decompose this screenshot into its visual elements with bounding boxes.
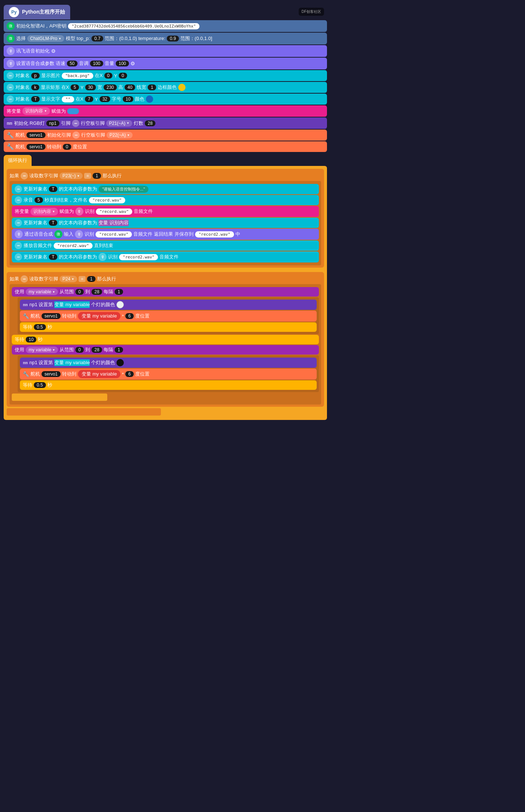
for1-to: 28 (91, 289, 102, 295)
servo-angle0: 0 (63, 144, 71, 150)
for1-from: 0 (75, 289, 84, 295)
for1-wait-sec: 0.5 (34, 324, 46, 330)
if1-upd2-text2: 的文本内容参数为 (59, 220, 97, 226)
obj-p-text3: 在X (95, 72, 103, 79)
vol-badge: 100 (116, 61, 129, 66)
servo-turn0-text3: 度位置 (73, 144, 87, 150)
tts-text1: 设置语音合成参数 语速 (16, 60, 65, 67)
if1-tts-row: 🎙 通过语音合成 微 输入 🎙 识别 "record.wav" 音频文件 返回结… (12, 229, 319, 240)
for1-var-badge2: 变量 my variable (78, 312, 121, 320)
if2-text1: 读取数字引脚 (29, 276, 58, 282)
if1-update-t2-row: − 更新对象名 T 的文本内容参数为 变量 识别内容 (12, 218, 319, 228)
minus-if1-4: − (15, 242, 22, 249)
for2-servo-row: 🔧 舵机 servo1 转动到 变量 my variable * 6 度位置 (20, 369, 317, 380)
for2-var-badge1: 变量 my variable (54, 359, 90, 366)
pin1-dropdown[interactable]: P21(~A) (106, 120, 132, 127)
wait10-text2: 秒 (38, 336, 43, 343)
continuation-bar (12, 394, 107, 401)
mic-icon-2: 🎙 (7, 59, 15, 68)
rgb-count: 28 (145, 120, 155, 126)
if1-play-file: "record2.wav" (54, 243, 93, 249)
init-ai-row: 微 初始化智谱AI，API密钥 "2cad38777432de6354856ce… (4, 20, 327, 32)
temp-badge: 0.9 (167, 36, 179, 41)
for1-n: 6 (125, 313, 134, 319)
if1-upd2-obj: T (49, 220, 57, 226)
obj-k-text6: 线宽 (137, 84, 146, 91)
mic-icon-1: 🎙 (7, 47, 15, 55)
if2-block: 如果 − 读取数字引脚 P24 = 1 那么执行 使用 my variable … (7, 272, 324, 407)
servo1-badge-1: servo1 (26, 132, 46, 138)
obj-t-size: 10 (123, 96, 133, 102)
obj-k-h: 40 (125, 84, 135, 90)
xf-init-text: 讯飞语音初始化 (16, 48, 50, 54)
loop-header: 循环执行 (4, 155, 32, 166)
minus-3: − (7, 95, 14, 103)
obj-p-name: p (31, 73, 40, 79)
if2-exec: 那么执行 (97, 276, 116, 282)
for2-text4: 每隔 (104, 347, 113, 353)
if1-update-t-row: − 更新对象名 T 的文本内容参数为 "请输入语音控制指令..." (12, 184, 319, 194)
mic-icon-6: 🎙 (98, 253, 107, 261)
gear-icon-1[interactable]: ⚙ (51, 48, 56, 54)
gear-icon-2[interactable]: ⚙ (130, 61, 135, 66)
minus-2: − (7, 84, 14, 91)
if2-body: 使用 my variable 从范围 0 到 28 每隔 1 ㎜ np1 设置第… (10, 284, 321, 405)
logo: DF创客社区 (299, 8, 324, 16)
var-dropdown[interactable]: 识别内容 (22, 107, 50, 115)
for1-wait-row: 等待 0.5 秒 (20, 322, 317, 332)
if2-pin-dropdown[interactable]: P24 (60, 276, 77, 282)
for2-row: 使用 my variable 从范围 0 到 28 每隔 1 (12, 345, 319, 355)
if1-play-text2: 直到结束 (94, 242, 113, 249)
if1-upd2-text1: 更新对象名 (24, 220, 47, 226)
servo-init-text2: 初始化引脚 (47, 132, 71, 138)
model-dropdown[interactable]: ChatGLM-Pro (27, 35, 64, 42)
for2-rgb-text1: np1 设置第 (29, 359, 53, 366)
range1-label: 范围：(0.0,1.0) temperature: (105, 35, 165, 42)
servo-turn0-row: 🔧 舵机 servo1 转动到 0 度位置 (4, 141, 327, 152)
if1-text1: 读取数字引脚 (29, 173, 58, 179)
if1-var-dropdown[interactable]: 识别内容 (30, 208, 58, 215)
obj-p-y: 0 (119, 73, 127, 79)
rgb-init-row: ㎜ 初始化 RGB灯 np1 引脚 − 行空板引脚 P21(~A) 灯数 28 (4, 117, 327, 129)
servo-turn0-text1: 舵机 (15, 144, 25, 150)
for2-text2: 从范围 (60, 347, 74, 353)
obj-k-name: k (31, 84, 39, 90)
for2-var-dropdown[interactable]: my variable (26, 347, 58, 353)
if2-label: 如果 (10, 276, 19, 282)
if1-pin-dropdown[interactable]: P23(~) (60, 173, 83, 179)
border-color-swatch (178, 84, 186, 91)
obj-t-name: T (31, 96, 40, 102)
if1-tts-text4: 音频文件 返回结果 并保存到 (133, 231, 193, 238)
pin2-dropdown[interactable]: P22(~A) (107, 132, 133, 138)
for1-servo-text2: 转动到 (62, 313, 76, 319)
if1-exec: 那么执行 (103, 173, 122, 179)
minus-pin1: − (72, 120, 79, 127)
var-value-toggle (67, 108, 79, 114)
servo-turn0-text2: 转动到 (47, 144, 61, 150)
rgb-pin-label: 行空板引脚 (81, 120, 105, 127)
for2-rgb-text2: 个灯的颜色 (91, 359, 115, 366)
if2-minus: − (21, 275, 28, 283)
for1-var-dropdown[interactable]: my variable (26, 289, 58, 295)
obj-p-row: − 对象名 p 显示图片 "back.png" 在X 0 Y 0 (4, 70, 327, 81)
servo-init-row: 🔧 舵机 servo1 初始化引脚 − 行空板引脚 P22(~A) (4, 130, 327, 141)
speed-badge: 50 (67, 61, 78, 66)
if1-var-file: "record.wav" (96, 209, 132, 215)
header-block: Py Python主程序开始 (4, 5, 70, 19)
for2-rgb-row: ㎜ np1 设置第 变量 my variable 个灯的颜色 (20, 358, 317, 368)
if1-upd-text1: 更新对象名 (24, 186, 47, 192)
tts-params-row: 🎙 设置语音合成参数 语速 50 音调 100 音量 100 ⚙ (4, 58, 327, 69)
for1-color-swatch (116, 301, 124, 308)
if2-cond-row: 如果 − 读取数字引脚 P24 = 1 那么执行 (10, 275, 321, 283)
obj-p-file: "back.png" (62, 73, 93, 79)
if1-var-text1: 将变量 (15, 208, 29, 215)
obj-t-text4: Y (95, 97, 98, 102)
if1-upd3-obj: T (49, 254, 57, 260)
var-set-text1: 将变量 (7, 108, 21, 115)
if1-upd3-text1: 更新对象名 (24, 254, 47, 260)
obj-k-text7: 边框颜色 (158, 84, 177, 91)
np1-badge: np1 (46, 120, 60, 126)
for2-from: 0 (75, 347, 84, 353)
rgb-text3: 灯数 (134, 120, 143, 127)
wx-icon-1: 微 (7, 22, 15, 30)
